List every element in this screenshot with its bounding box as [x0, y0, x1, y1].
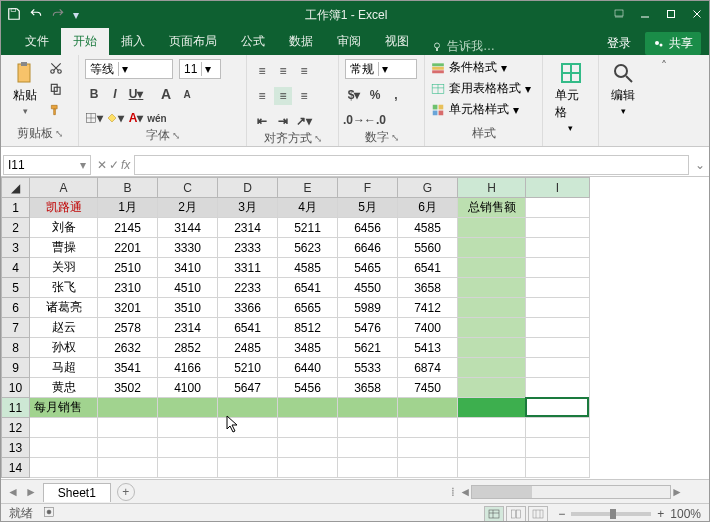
cell[interactable]: 2314: [218, 218, 278, 238]
cell[interactable]: [458, 338, 526, 358]
sheet-nav-next[interactable]: ►: [25, 485, 37, 499]
share-button[interactable]: 共享: [645, 32, 701, 55]
zoom-slider[interactable]: [571, 512, 651, 516]
align-launcher[interactable]: ⤡: [314, 133, 322, 144]
macro-record-icon[interactable]: [43, 506, 55, 521]
cell[interactable]: [458, 398, 526, 418]
tab-review[interactable]: 审阅: [325, 28, 373, 55]
cell[interactable]: [98, 398, 158, 418]
cell[interactable]: [30, 458, 98, 478]
col-header[interactable]: A: [30, 178, 98, 198]
cell[interactable]: [458, 458, 526, 478]
cell[interactable]: 3541: [98, 358, 158, 378]
cell[interactable]: 5465: [338, 258, 398, 278]
cell[interactable]: 5621: [338, 338, 398, 358]
cell-styles-button[interactable]: 单元格样式▾: [431, 101, 519, 118]
cell[interactable]: [458, 378, 526, 398]
cell[interactable]: [458, 278, 526, 298]
cell[interactable]: 8512: [278, 318, 338, 338]
formula-input[interactable]: [134, 155, 689, 175]
row-header[interactable]: 7: [2, 318, 30, 338]
cell[interactable]: [398, 438, 458, 458]
view-normal-button[interactable]: [484, 506, 504, 522]
cell[interactable]: 5211: [278, 218, 338, 238]
cell[interactable]: 4585: [278, 258, 338, 278]
tab-view[interactable]: 视图: [373, 28, 421, 55]
cell[interactable]: 5533: [338, 358, 398, 378]
accounting-format-button[interactable]: $▾: [345, 86, 363, 104]
cell[interactable]: 2485: [218, 338, 278, 358]
cell[interactable]: [526, 238, 590, 258]
cell[interactable]: 5476: [338, 318, 398, 338]
cell[interactable]: [398, 398, 458, 418]
cell[interactable]: 2632: [98, 338, 158, 358]
row-header[interactable]: 10: [2, 378, 30, 398]
col-header[interactable]: C: [158, 178, 218, 198]
cell[interactable]: [458, 358, 526, 378]
increase-decimal-button[interactable]: .0→: [345, 111, 363, 129]
cell[interactable]: 4166: [158, 358, 218, 378]
orientation-button[interactable]: ↗▾: [295, 112, 313, 130]
cell[interactable]: 3311: [218, 258, 278, 278]
row-header[interactable]: 3: [2, 238, 30, 258]
number-format-combo[interactable]: 常规▾: [345, 59, 417, 79]
tab-data[interactable]: 数据: [277, 28, 325, 55]
zoom-level[interactable]: 100%: [670, 507, 701, 521]
cell[interactable]: [526, 278, 590, 298]
cell[interactable]: [526, 438, 590, 458]
cell[interactable]: [158, 398, 218, 418]
add-sheet-button[interactable]: +: [117, 483, 135, 501]
cell[interactable]: [526, 398, 590, 418]
cell[interactable]: 1月: [98, 198, 158, 218]
format-painter-icon[interactable]: [47, 101, 65, 119]
align-center-button[interactable]: ≡: [274, 87, 292, 105]
cell[interactable]: [458, 318, 526, 338]
cell[interactable]: 6541: [278, 278, 338, 298]
cell[interactable]: [158, 458, 218, 478]
cell[interactable]: 孙权: [30, 338, 98, 358]
cell[interactable]: 马超: [30, 358, 98, 378]
cell[interactable]: [98, 418, 158, 438]
cell[interactable]: 4510: [158, 278, 218, 298]
bold-button[interactable]: B: [85, 85, 103, 103]
percent-button[interactable]: %: [366, 86, 384, 104]
maximize-icon[interactable]: [665, 8, 677, 23]
cell[interactable]: 诸葛亮: [30, 298, 98, 318]
cell[interactable]: 6565: [278, 298, 338, 318]
conditional-format-button[interactable]: 条件格式▾: [431, 59, 507, 76]
cell[interactable]: [218, 418, 278, 438]
decrease-indent-button[interactable]: ⇤: [253, 112, 271, 130]
comma-button[interactable]: ,: [387, 86, 405, 104]
cell[interactable]: 6541: [398, 258, 458, 278]
cell[interactable]: [338, 398, 398, 418]
cell[interactable]: 3330: [158, 238, 218, 258]
cell[interactable]: 2201: [98, 238, 158, 258]
cell[interactable]: 2333: [218, 238, 278, 258]
cell[interactable]: [218, 458, 278, 478]
tab-insert[interactable]: 插入: [109, 28, 157, 55]
cell[interactable]: 黄忠: [30, 378, 98, 398]
enter-formula-icon[interactable]: ✓: [109, 158, 119, 172]
row-header[interactable]: 13: [2, 438, 30, 458]
cell[interactable]: 5210: [218, 358, 278, 378]
expand-formula-icon[interactable]: ⌄: [691, 158, 709, 172]
cell[interactable]: 2510: [98, 258, 158, 278]
col-header[interactable]: E: [278, 178, 338, 198]
cell[interactable]: [526, 258, 590, 278]
fill-color-button[interactable]: ▾: [106, 109, 124, 127]
cell[interactable]: 7400: [398, 318, 458, 338]
cell[interactable]: 4585: [398, 218, 458, 238]
clipboard-launcher[interactable]: ⤡: [55, 128, 63, 139]
col-header[interactable]: G: [398, 178, 458, 198]
cell[interactable]: 每月销售: [30, 398, 98, 418]
cell[interactable]: [458, 418, 526, 438]
row-header[interactable]: 14: [2, 458, 30, 478]
name-box[interactable]: I11▾: [3, 155, 91, 175]
cell[interactable]: [526, 358, 590, 378]
cut-icon[interactable]: [47, 59, 65, 77]
cell[interactable]: [458, 438, 526, 458]
cell[interactable]: 6874: [398, 358, 458, 378]
row-header[interactable]: 1: [2, 198, 30, 218]
close-icon[interactable]: [691, 8, 703, 23]
cell[interactable]: [526, 318, 590, 338]
